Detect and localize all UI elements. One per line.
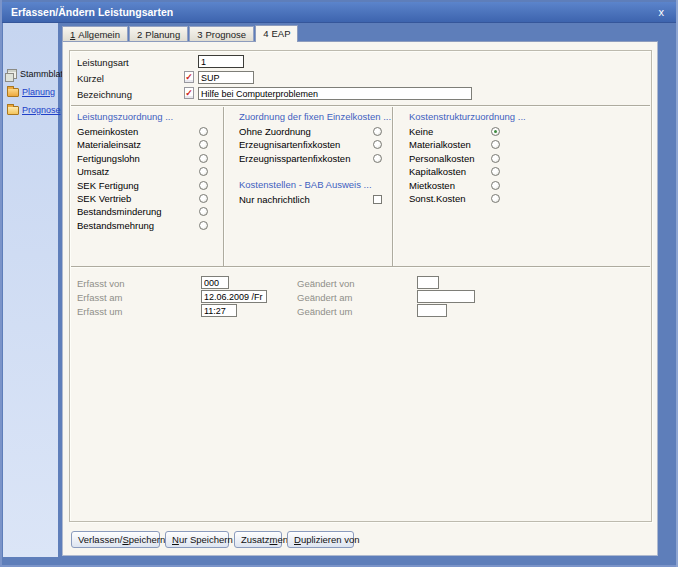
option-row: SEK Fertigung <box>77 179 217 192</box>
required-check-icon[interactable]: ✓ <box>184 71 194 83</box>
radio-umsatz[interactable] <box>199 167 208 176</box>
radio-ohne-zuordnung[interactable] <box>373 127 382 136</box>
button-text: Verlassen/ <box>78 534 122 545</box>
erfasst-am-input[interactable] <box>201 290 267 303</box>
nur-speichern-button[interactable]: Nur Speichern <box>165 531 229 548</box>
geaendert-am-input[interactable] <box>417 290 475 303</box>
option-row: Gemeinkosten <box>77 125 217 138</box>
radio-sek-fertigung[interactable] <box>199 181 208 190</box>
option-label: Materialkosten <box>409 138 471 151</box>
radio-keine[interactable] <box>491 127 500 136</box>
option-label: SEK Vertrieb <box>77 192 131 205</box>
duplizieren-von-button[interactable]: Duplizieren von <box>287 531 354 548</box>
tab-mnemonic: 1 <box>70 29 75 40</box>
group-leistungszuordnung: Leistungszuordnung ... Gemeinkosten Mate… <box>77 110 217 232</box>
radio-mietkosten[interactable] <box>491 181 500 190</box>
radio-kapitalkosten[interactable] <box>491 167 500 176</box>
erfasst-um-label: Erfasst um <box>77 306 122 318</box>
divider <box>71 266 650 268</box>
button-text: Zusatz <box>241 534 270 545</box>
option-row: Erzeugnisspartenfixkosten <box>239 152 389 165</box>
radio-sonst-kosten[interactable] <box>491 194 500 203</box>
option-row: Bestandsminderung <box>77 205 217 218</box>
tab-allgemein[interactable]: 1Allgemein <box>62 26 128 42</box>
radio-erzeugnisspartenfixkosten[interactable] <box>373 154 382 163</box>
bezeichnung-label: Bezeichnung <box>77 89 132 101</box>
sidebar-item-label[interactable]: Planung <box>22 87 55 97</box>
option-row: Nur nachrichtlich <box>239 193 389 206</box>
group-header: Kostenstrukturzuordnung ... <box>409 110 569 125</box>
option-label: Bestandsminderung <box>77 205 162 218</box>
close-icon[interactable]: x <box>659 2 665 22</box>
kuerzel-input[interactable] <box>198 71 254 84</box>
sheet-icon <box>7 69 17 79</box>
option-row: Kapitalkosten <box>409 165 569 178</box>
erfasst-um-input[interactable] <box>201 304 237 317</box>
titlebar[interactable]: Erfassen/Ändern Leistungsarten x <box>2 2 676 23</box>
group-fixe-einzelkosten: Zuordnung der fixen Einzelkosten ... Ohn… <box>239 110 389 207</box>
button-text: uplizieren von <box>301 534 360 545</box>
radio-erzeugnisartenfixkosten[interactable] <box>373 140 382 149</box>
tab-eap[interactable]: 4EAP <box>255 25 298 42</box>
checkbox-nur-nachrichtlich[interactable] <box>373 195 382 204</box>
kuerzel-label: Kürzel <box>77 73 104 85</box>
option-label: Mietkosten <box>409 179 455 192</box>
option-row: Ohne Zuordnung <box>239 125 389 138</box>
tab-prognose[interactable]: 3Prognose <box>189 26 254 42</box>
geaendert-um-label: Geändert um <box>297 306 352 318</box>
button-text: peichern <box>129 534 165 545</box>
option-label: Materialeinsatz <box>77 138 141 151</box>
sidebar-item-stammblatt[interactable]: Stammblatt <box>7 67 58 80</box>
zusatzmenu-button[interactable]: Zusatzmenü <box>234 531 282 548</box>
option-label: Sonst.Kosten <box>409 192 466 205</box>
option-label: Ohne Zuordnung <box>239 125 311 138</box>
geaendert-von-input[interactable] <box>417 276 439 289</box>
bezeichnung-input[interactable] <box>198 87 472 100</box>
erfasst-am-label: Erfasst am <box>77 292 122 304</box>
group-header: Leistungszuordnung ... <box>77 110 217 125</box>
group-header: Kostenstellen - BAB Ausweis ... <box>239 178 389 193</box>
radio-bestandsmehrung[interactable] <box>199 221 208 230</box>
tab-mnemonic: 2 <box>137 29 142 40</box>
radio-bestandsminderung[interactable] <box>199 207 208 216</box>
tab-page-eap: Leistungsart Kürzel ✓ Bezeichnung ✓ Leis… <box>62 41 658 556</box>
sidebar-item-label[interactable]: Prognose <box>22 105 61 115</box>
tab-planung[interactable]: 2Planung <box>129 26 188 42</box>
radio-sek-vertrieb[interactable] <box>199 194 208 203</box>
erfasst-von-label: Erfasst von <box>77 278 125 290</box>
sidebar-item-label: Stammblatt <box>20 69 66 79</box>
radio-gemeinkosten[interactable] <box>199 127 208 136</box>
tab-label: EAP <box>271 28 290 39</box>
sidebar-item-planung[interactable]: Planung <box>7 85 58 98</box>
radio-materialeinsatz[interactable] <box>199 140 208 149</box>
tab-label: Planung <box>145 29 180 40</box>
tab-mnemonic: 4 <box>263 28 268 39</box>
dialog-erfassen-aendern-leistungsarten: Erfassen/Ändern Leistungsarten x Stammbl… <box>0 0 678 567</box>
option-row: Personalkosten <box>409 152 569 165</box>
erfasst-von-input[interactable] <box>201 276 229 289</box>
option-label: Erzeugnisspartenfixkosten <box>239 152 350 165</box>
option-label: Umsatz <box>77 165 109 178</box>
option-label: SEK Fertigung <box>77 179 139 192</box>
tab-bar: 1Allgemein 2Planung 3Prognose 4EAP <box>62 25 299 42</box>
group-header: Zuordnung der fixen Einzelkosten ... <box>239 110 389 125</box>
option-row: Mietkosten <box>409 179 569 192</box>
sidebar-item-prognose[interactable]: Prognose <box>7 103 58 116</box>
radio-personalkosten[interactable] <box>491 154 500 163</box>
geaendert-um-input[interactable] <box>417 304 447 317</box>
radio-fertigungslohn[interactable] <box>199 154 208 163</box>
radio-materialkosten[interactable] <box>491 140 500 149</box>
option-label: Keine <box>409 125 433 138</box>
divider <box>71 105 650 107</box>
leistungsart-input[interactable] <box>198 55 244 68</box>
group-kostenstruktur: Kostenstrukturzuordnung ... Keine Materi… <box>409 110 569 205</box>
folder-icon <box>7 106 19 115</box>
verlassen-speichern-button[interactable]: Verlassen/Speichern <box>71 531 160 548</box>
geaendert-am-label: Geändert am <box>297 292 352 304</box>
button-mnemonic: D <box>294 534 301 545</box>
tab-label: Prognose <box>205 29 246 40</box>
required-check-icon[interactable]: ✓ <box>184 87 194 99</box>
option-row: Keine <box>409 125 569 138</box>
option-label: Gemeinkosten <box>77 125 138 138</box>
option-row: Materialeinsatz <box>77 138 217 151</box>
